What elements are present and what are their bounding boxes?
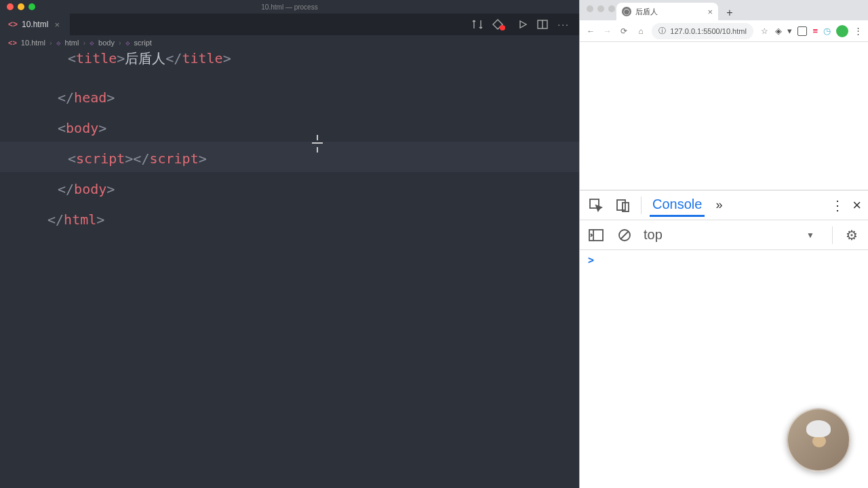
execution-context-selector[interactable]: top ▼ <box>644 227 823 243</box>
profile-avatar[interactable] <box>836 25 848 37</box>
close-tab-icon[interactable]: × <box>707 7 713 17</box>
editor-tab-active[interactable]: <> 10.html × <box>0 14 70 35</box>
breadcrumb-item[interactable]: 10.html <box>21 39 45 47</box>
gutter <box>0 50 47 488</box>
devtools-close-icon[interactable]: × <box>852 197 861 214</box>
more-icon[interactable]: ··· <box>557 19 570 30</box>
notification-badge-icon <box>500 25 505 30</box>
browser-menu-icon[interactable]: ⋮ <box>854 26 863 36</box>
url-text: 127.0.0.1:5500/10.html <box>670 27 747 35</box>
page-viewport[interactable]: Console » ⋮ × top ▼ ⚙ <box>580 42 868 488</box>
extension-icon[interactable] <box>797 26 807 36</box>
editor-actions: ··· <box>462 14 579 35</box>
site-info-icon[interactable]: ⓘ <box>658 26 666 36</box>
extension-icon[interactable]: ◷ <box>823 26 831 36</box>
browser-tab-title: 后盾人 <box>635 7 703 17</box>
address-bar[interactable]: ⓘ 127.0.0.1:5500/10.html <box>652 23 753 39</box>
extension-icons: ◈ ▾ ≡ ◷ ⋮ <box>775 25 863 37</box>
window-title: 10.html — process <box>261 3 317 11</box>
inspect-element-icon[interactable] <box>587 196 606 215</box>
split-editor-icon[interactable] <box>537 20 548 29</box>
close-tab-icon[interactable]: × <box>52 20 62 29</box>
home-button[interactable]: ⌂ <box>635 26 647 36</box>
favicon-icon: ◯ <box>622 7 631 16</box>
webcam-overlay <box>787 408 850 472</box>
window-close-icon[interactable] <box>587 5 593 12</box>
browser-toolbar: ← → ⟳ ⌂ ⓘ 127.0.0.1:5500/10.html ☆ ◈ ▾ ≡… <box>580 20 868 42</box>
console-settings-icon[interactable]: ⚙ <box>842 226 861 245</box>
window-close-icon[interactable] <box>7 3 14 10</box>
execution-context-label: top <box>644 227 663 243</box>
window-controls <box>7 3 35 10</box>
browser-tab-active[interactable]: ◯ 后盾人 × <box>616 3 718 20</box>
devtools-more-tabs-icon[interactable]: » <box>715 198 722 212</box>
window-maximize-icon[interactable] <box>608 5 615 12</box>
console-toolbar: top ▼ ⚙ <box>580 220 868 250</box>
code-editor[interactable]: <title>后盾人</title></head><body><script><… <box>0 50 579 488</box>
window-minimize-icon[interactable] <box>18 3 24 10</box>
mac-titlebar: 10.html — process <box>0 0 579 14</box>
editor-tab-label: 10.html <box>22 20 48 29</box>
device-toolbar-icon[interactable] <box>614 196 633 215</box>
devtools-tab-console[interactable]: Console <box>650 194 705 217</box>
console-prompt-icon: > <box>588 254 594 266</box>
play-icon[interactable] <box>518 20 528 29</box>
window-maximize-icon[interactable] <box>28 3 35 10</box>
devtools-tab-bar: Console » ⋮ × <box>580 190 868 220</box>
compare-changes-icon[interactable] <box>472 19 483 30</box>
extension-icon[interactable]: ▾ <box>787 26 792 36</box>
extension-icon[interactable]: ≡ <box>812 26 818 36</box>
back-button[interactable]: ← <box>585 26 597 36</box>
browser-window: ◯ 后盾人 × + ← → ⟳ ⌂ ⓘ 127.0.0.1:5500/10.ht… <box>579 0 868 488</box>
forward-button[interactable]: → <box>602 26 614 36</box>
bookmark-star-icon[interactable]: ☆ <box>759 26 770 36</box>
console-sidebar-toggle-icon[interactable] <box>587 226 606 245</box>
svg-line-8 <box>620 231 629 239</box>
extension-icon[interactable]: ◈ <box>775 26 782 36</box>
editor-tab-bar: <> 10.html × ··· <box>0 14 579 35</box>
window-minimize-icon[interactable] <box>597 5 604 12</box>
html-file-icon: <> <box>8 39 17 47</box>
chevron-down-icon: ▼ <box>806 230 814 240</box>
browser-tab-strip: ◯ 后盾人 × + <box>580 0 868 20</box>
reload-button[interactable]: ⟳ <box>618 26 630 36</box>
new-tab-button[interactable]: + <box>722 5 737 20</box>
html-file-icon: <> <box>8 20 18 29</box>
window-controls <box>587 5 615 12</box>
run-icon[interactable] <box>492 19 509 30</box>
clear-console-icon[interactable] <box>615 226 634 245</box>
devtools-settings-menu-icon[interactable]: ⋮ <box>831 197 844 214</box>
svg-rect-3 <box>617 200 625 210</box>
vscode-window: 10.html — process <> 10.html × ··· <box>0 0 579 488</box>
